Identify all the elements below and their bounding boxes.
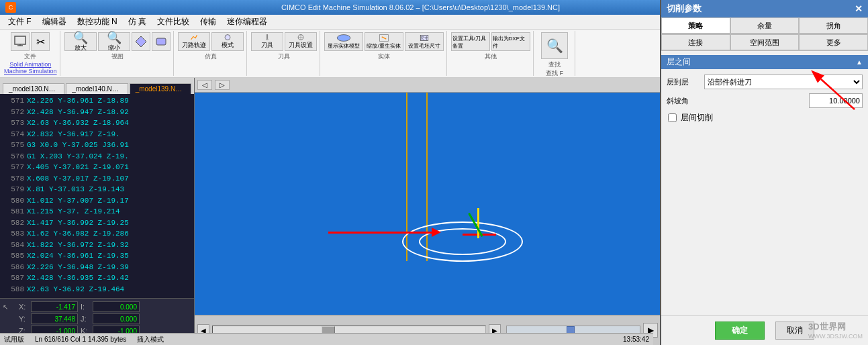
cut-tab-row2: 连接 空间范围 更多: [661, 34, 868, 51]
svg-text:尺寸: 尺寸: [420, 36, 428, 40]
tb-window-sim-btn[interactable]: [11, 32, 30, 51]
tb-machine-sim-label[interactable]: Machine Simulation: [4, 68, 57, 75]
cut-panel-close[interactable]: ✕: [855, 3, 863, 14]
line-number: 587: [3, 273, 24, 284]
cut-checkbox[interactable]: [668, 113, 677, 122]
tb-view1-btn[interactable]: [132, 32, 150, 51]
svg-rect-0: [15, 36, 26, 44]
tb-dxf-btn[interactable]: 输出为DXF文件: [491, 32, 530, 51]
table-row: 573X2.63 Y-36.932 Z-18.964: [3, 117, 191, 129]
titlebar-title: CIMCO Edit Machine Simulation 8.06.02 – …: [281, 3, 560, 11]
cut-checkbox-label: 层间切削: [681, 112, 713, 124]
vp-nav-right[interactable]: ▷: [215, 80, 230, 90]
cut-panel: 切削参数 ✕ 策略 余量 拐角 连接 空间范围 更多 层之间 ▲ 层到层 沿部件…: [660, 0, 868, 345]
table-row: 571X2.226 Y-36.961 Z-18.89: [3, 95, 191, 107]
cut-section-label: 层之间: [667, 56, 691, 68]
tb-solid-anim-label[interactable]: Solid Animation: [9, 61, 51, 68]
tb-mode-btn[interactable]: 模式: [211, 32, 244, 51]
menu-editor[interactable]: 编辑器: [37, 15, 72, 29]
line-number: 573: [3, 117, 24, 129]
tab-model139[interactable]: _model139.NC ×: [130, 83, 191, 94]
line-text: X.608 Y-37.017 Z-19.107: [27, 173, 129, 185]
svg-rect-4: [156, 38, 166, 45]
line-text: G1 X.203 Y-37.024 Z-19.: [27, 151, 129, 162]
cut-tab-margin[interactable]: 余量: [730, 17, 800, 34]
menu-file[interactable]: 文件 F: [3, 15, 37, 29]
line-number: 586: [3, 262, 24, 273]
viewport-red-arrow: [328, 232, 436, 234]
table-row: 574X2.832 Y-36.917 Z-19.: [3, 129, 191, 140]
tb-show-solid-btn[interactable]: 显示实体模型: [324, 32, 363, 51]
svg-line-13: [381, 37, 386, 39]
tb-toolpath-label: 刀路轨迹: [182, 41, 206, 50]
j-input[interactable]: [93, 313, 140, 324]
cut-tab-connect[interactable]: 连接: [661, 34, 730, 50]
toolbar-group-file: ✂ 文件 Solid Animation Machine Simulation: [1, 31, 60, 76]
line-text: X2.428 Y-36.947 Z-18.92: [27, 107, 129, 118]
menu-nc[interactable]: 数控功能 N: [72, 15, 123, 29]
toolbar-group-sim: 刀路轨迹 模式 仿真: [175, 31, 247, 76]
svg-point-5: [225, 35, 230, 40]
tb-search-btn[interactable]: 🔍: [541, 32, 568, 59]
toolbar-icons-sim: 刀路轨迹 模式: [178, 32, 244, 51]
tb-mode-label: 模式: [222, 41, 234, 50]
line-number: 588: [3, 284, 24, 295]
tb-setblank-btn[interactable]: 尺寸 设置毛坯尺寸: [405, 32, 444, 51]
table-row: 578X.608 Y-37.017 Z-19.107: [3, 173, 191, 185]
line-text: X2.832 Y-36.917 Z-19.: [27, 129, 120, 140]
tb-dxf-label: 输出为DXF文件: [493, 35, 529, 50]
line-text: X1.822 Y-36.972 Z-19.32: [27, 240, 129, 251]
line-number: 572: [3, 107, 24, 118]
table-row: 584X1.822 Y-36.972 Z-19.32: [3, 240, 191, 251]
tb-toolconf-label: 设置工具/刀具备置: [452, 35, 489, 50]
y-label: Y:: [19, 315, 28, 323]
tb-toolconf-btn[interactable]: 设置工具/刀具备置: [451, 32, 490, 51]
tb-toolpath-btn[interactable]: 刀路轨迹: [178, 32, 210, 51]
line-number: 577: [3, 162, 24, 173]
y-input[interactable]: [31, 313, 78, 324]
cut-tab-strategy[interactable]: 策略: [661, 17, 730, 34]
toolbar-group-solid: 显示实体模型 缩放/重生实体 尺寸 设置毛坯尺寸 实体: [322, 31, 447, 76]
svg-line-19: [821, 79, 855, 109]
line-text: X2.63 Y-36.932 Z-18.964: [27, 117, 129, 129]
tb-zoom-in-btn[interactable]: 🔍 放大: [64, 32, 97, 51]
status-time: 13:53:42: [623, 336, 649, 343]
tb-tool-btn[interactable]: 刀具: [251, 32, 283, 51]
x-input[interactable]: [31, 301, 78, 312]
code-content[interactable]: 571X2.226 Y-36.961 Z-18.89572X2.428 Y-36…: [0, 94, 194, 298]
line-number: 578: [3, 173, 24, 185]
vp-nav-left[interactable]: ◁: [197, 80, 212, 90]
line-text: X1.012 Y-37.007 Z-19.17: [27, 195, 129, 207]
cut-ok-button[interactable]: 确定: [715, 322, 765, 340]
tb-toolset-btn[interactable]: 刀具设置: [285, 32, 317, 51]
watermark: 3D世界网 WWW.3DSJW.COM: [808, 321, 863, 340]
line-text: X2.63 Y-36.92 Z-19.464: [27, 284, 124, 295]
i-input[interactable]: [93, 301, 140, 312]
coord-row-yz: Y: J:: [3, 313, 191, 324]
viewport-canvas[interactable]: [195, 93, 730, 315]
cut-tab-space[interactable]: 空间范围: [730, 34, 800, 50]
table-row: 588X2.63 Y-36.92 Z-19.464: [3, 284, 191, 295]
line-number: 582: [3, 217, 24, 229]
menu-transfer[interactable]: 传输: [195, 15, 222, 29]
menu-mini[interactable]: 迷你编程器: [222, 15, 273, 29]
table-row: 582X1.417 Y-36.992 Z-19.25: [3, 217, 191, 229]
status-mode: 试用版: [4, 335, 24, 344]
tb-rescale-btn[interactable]: 缩放/重生实体: [365, 32, 403, 51]
tb-zoom-out-btn[interactable]: 🔍 缩小: [98, 32, 130, 51]
tab-model130[interactable]: _model130.NC ×: [3, 83, 64, 94]
cut-tab-more[interactable]: 更多: [799, 34, 868, 50]
tb-cut-btn[interactable]: ✂: [31, 32, 50, 51]
cut-tab-corner[interactable]: 拐角: [799, 17, 868, 34]
table-row: 583X1.62 Y-36.982 Z-19.286: [3, 228, 191, 240]
menu-compare[interactable]: 文件比较: [152, 15, 195, 29]
tb-zoom-out-label: 缩小: [108, 44, 120, 52]
table-row: 586X2.226 Y-36.948 Z-19.39: [3, 262, 191, 273]
line-text: X2.428 Y-36.935 Z-19.42: [27, 273, 129, 284]
tb-view2-btn[interactable]: [152, 32, 171, 51]
toolbar-group-search: 🔍 查找 查找 F: [535, 31, 575, 76]
tb-setblank-label: 设置毛坯尺寸: [408, 42, 440, 50]
menu-sim[interactable]: 仿 真: [123, 15, 152, 29]
tb-rescale-label: 缩放/重生实体: [367, 42, 400, 50]
tab-model140[interactable]: _model140.NC ×: [66, 83, 128, 94]
